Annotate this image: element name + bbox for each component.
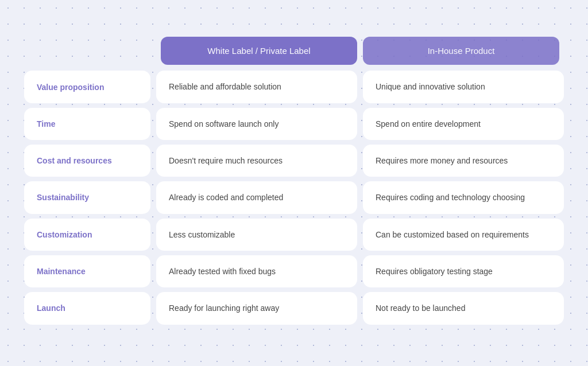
row-label-time: Time (37, 119, 55, 129)
col1-cell-sustainability: Already is coded and completed (156, 181, 357, 213)
col1-value-value-proposition: Reliable and affordable solution (169, 81, 281, 92)
col1-cell-time: Spend on software launch only (156, 108, 357, 140)
col1-value-launch: Ready for launching right away (169, 302, 279, 314)
col1-cell-maintenance: Already tested with fixed bugs (156, 255, 357, 287)
label-cell-launch: Launch (24, 292, 150, 324)
row-label-value-proposition: Value proposition (37, 83, 104, 92)
table-row-cost-resources: Cost and resources Doesn't require much … (24, 145, 564, 177)
col2-cell-launch: Not ready to be launched (363, 292, 564, 324)
row-label-cost-resources: Cost and resources (37, 156, 112, 165)
col2-value-time: Spend on entire development (376, 118, 481, 130)
table-row-maintenance: Maintenance Already tested with fixed bu… (24, 255, 564, 287)
label-cell-value-proposition: Value proposition (24, 71, 150, 103)
table-body: Value proposition Reliable and affordabl… (24, 71, 564, 324)
label-cell-maintenance: Maintenance (24, 255, 150, 287)
label-cell-sustainability: Sustainability (24, 181, 150, 213)
header-white-label: White Label / Private Label (161, 37, 357, 65)
col1-value-maintenance: Already tested with fixed bugs (169, 266, 276, 277)
col1-cell-launch: Ready for launching right away (156, 292, 357, 324)
col2-cell-customization: Can be customized based on requirements (363, 219, 564, 251)
row-label-maintenance: Maintenance (37, 267, 86, 276)
col2-cell-time: Spend on entire development (363, 108, 564, 140)
col1-value-cost-resources: Doesn't require much resources (169, 155, 283, 166)
header-inhouse: In-House Product (363, 37, 559, 65)
table-header: White Label / Private Label In-House Pro… (24, 37, 564, 65)
label-cell-cost-resources: Cost and resources (24, 145, 150, 177)
table-row-customization: Customization Less customizable Can be c… (24, 219, 564, 251)
col2-value-maintenance: Requires obligatory testing stage (376, 266, 493, 277)
table-row-launch: Launch Ready for launching right away No… (24, 292, 564, 324)
comparison-table: White Label / Private Label In-House Pro… (24, 37, 564, 329)
col1-value-sustainability: Already is coded and completed (169, 192, 283, 203)
row-label-sustainability: Sustainability (37, 193, 89, 202)
col2-value-sustainability: Requires coding and technology choosing (376, 192, 525, 203)
col2-cell-value-proposition: Unique and innovative solution (363, 71, 564, 103)
col2-value-value-proposition: Unique and innovative solution (376, 81, 485, 92)
table-row-value-proposition: Value proposition Reliable and affordabl… (24, 71, 564, 103)
header-inhouse-text: In-House Product (428, 46, 495, 56)
col1-cell-customization: Less customizable (156, 219, 357, 251)
col2-value-launch: Not ready to be launched (376, 302, 465, 314)
header-empty-cell (29, 37, 155, 65)
col2-value-customization: Can be customized based on requirements (376, 229, 529, 240)
table-row-time: Time Spend on software launch only Spend… (24, 108, 564, 140)
row-label-launch: Launch (37, 303, 65, 313)
col1-value-time: Spend on software launch only (169, 118, 278, 130)
label-cell-customization: Customization (24, 219, 150, 251)
row-label-customization: Customization (37, 230, 92, 239)
col2-cell-maintenance: Requires obligatory testing stage (363, 255, 564, 287)
table-row-sustainability: Sustainability Already is coded and comp… (24, 181, 564, 213)
col1-value-customization: Less customizable (169, 229, 235, 240)
col1-cell-cost-resources: Doesn't require much resources (156, 145, 357, 177)
col2-cell-cost-resources: Requires more money and resources (363, 145, 564, 177)
header-white-label-text: White Label / Private Label (207, 46, 310, 56)
label-cell-time: Time (24, 108, 150, 140)
col2-value-cost-resources: Requires more money and resources (376, 155, 508, 166)
col2-cell-sustainability: Requires coding and technology choosing (363, 181, 564, 213)
col1-cell-value-proposition: Reliable and affordable solution (156, 71, 357, 103)
